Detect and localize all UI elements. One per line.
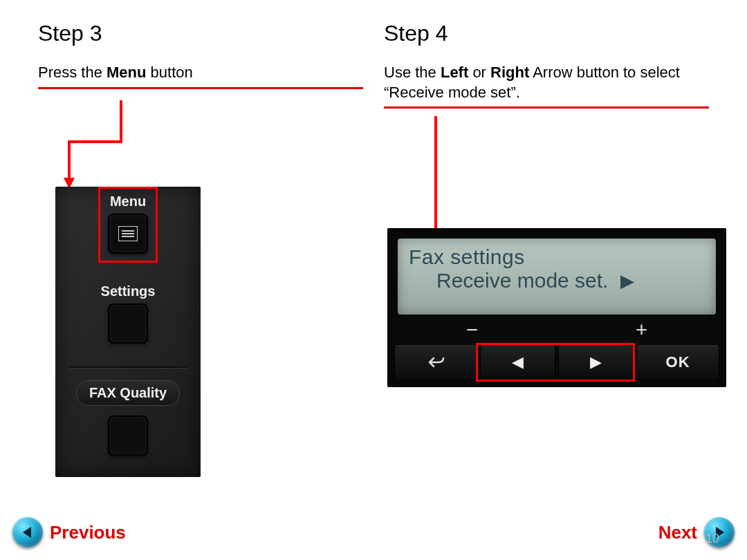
lcd-right-arrow-icon: ▶: [620, 270, 634, 292]
fax-quality-label-pill: FAX Quality: [76, 380, 180, 406]
menu-icon: [118, 226, 138, 241]
next-label: Next: [658, 522, 697, 543]
next-link[interactable]: Next: [658, 517, 735, 548]
text-bold: Right: [490, 64, 529, 81]
fax-quality-group: FAX Quality: [55, 380, 201, 456]
lcd-line2-text: Receive mode set.: [436, 269, 608, 292]
menu-button-group: Menu: [55, 194, 201, 254]
text: button: [147, 64, 193, 81]
callout-arrow-left: [38, 100, 176, 190]
minus-label: −: [466, 318, 479, 342]
lcd-line2: Receive mode set. ▶: [409, 269, 705, 292]
menu-button[interactable]: [108, 214, 148, 254]
previous-icon: [12, 517, 43, 548]
settings-button-group: Settings: [55, 283, 201, 344]
step4-title: Step 4: [384, 21, 709, 46]
step3-instruction: Press the Menu button: [38, 63, 363, 89]
text: Press the: [38, 64, 107, 81]
printer-lcd-panel: Fax settings Receive mode set. ▶ − + ◀ ▶: [387, 228, 726, 387]
lcd-display: Fax settings Receive mode set. ▶: [398, 239, 716, 315]
previous-label: Previous: [50, 522, 126, 543]
page-number: 10: [706, 532, 719, 546]
step4-column: Step 4 Use the Left or Right Arrow butto…: [384, 21, 709, 109]
plus-minus-row: − +: [387, 318, 726, 342]
text: or: [468, 64, 490, 81]
fax-quality-label: FAX Quality: [89, 385, 167, 400]
page: Step 3 Press the Menu button Menu: [0, 0, 747, 560]
settings-label: Settings: [55, 283, 201, 299]
ok-button[interactable]: OK: [636, 344, 719, 380]
menu-label: Menu: [55, 194, 201, 209]
back-icon: [425, 355, 446, 369]
footer: Previous Next 10: [0, 506, 747, 548]
svg-marker-8: [23, 527, 31, 538]
ok-label: OK: [666, 353, 690, 371]
previous-link[interactable]: Previous: [12, 517, 126, 548]
panel-divider: [69, 366, 187, 368]
text-bold: Left: [441, 64, 468, 81]
plus-label: +: [636, 318, 648, 342]
settings-button[interactable]: [108, 304, 148, 344]
step3-title: Step 3: [38, 21, 363, 46]
lcd-line1: Fax settings: [409, 245, 705, 269]
text-bold: Menu: [107, 64, 146, 81]
highlight-box-arrows: [476, 343, 635, 382]
step4-instruction: Use the Left or Right Arrow button to se…: [384, 63, 709, 109]
printer-button-panel: Menu Settings FAX Quality: [55, 187, 201, 477]
fax-quality-button[interactable]: [108, 416, 148, 456]
text: Use the: [384, 64, 441, 81]
step3-column: Step 3 Press the Menu button: [38, 21, 363, 89]
back-button[interactable]: [394, 344, 477, 380]
